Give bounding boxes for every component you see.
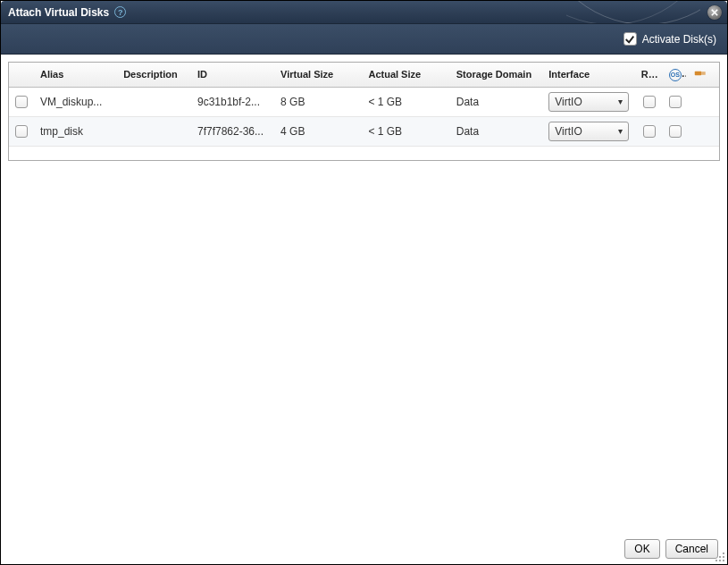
checkmark-icon	[624, 34, 635, 45]
row-select-checkbox[interactable]	[15, 96, 28, 108]
interface-select[interactable]: VirtIO▾	[548, 122, 629, 141]
activate-disks-label: Activate Disk(s)	[642, 33, 716, 46]
svg-point-9	[719, 560, 721, 561]
table-header-row: Alias Description ID Virtual Size Actual…	[9, 63, 719, 87]
cell-storage-domain: Data	[451, 87, 544, 116]
header-virtual-size[interactable]: Virtual Size	[275, 63, 363, 87]
row-select-checkbox[interactable]	[15, 125, 28, 138]
cell-storage-domain: Data	[451, 116, 544, 146]
interface-value: VirtIO	[555, 125, 582, 138]
cell-plug	[686, 116, 719, 146]
cell-description	[118, 87, 192, 116]
resize-grip-icon	[714, 551, 726, 563]
title-decoration	[566, 1, 700, 23]
cell-alias: VM_diskup...	[35, 87, 118, 116]
toolbar: Activate Disk(s)	[1, 24, 727, 55]
header-ro[interactable]: R/O	[636, 63, 664, 87]
header-plug[interactable]	[686, 63, 719, 87]
resize-grip[interactable]	[714, 551, 726, 563]
close-button[interactable]	[707, 5, 722, 20]
cell-actual-size: < 1 GB	[363, 87, 450, 116]
header-interface[interactable]: Interface	[543, 63, 636, 87]
dialog-title: Attach Virtual Disks	[8, 6, 109, 19]
ro-checkbox[interactable]	[643, 96, 656, 108]
cell-virtual-size: 4 GB	[275, 116, 363, 146]
header-alias[interactable]: Alias	[35, 63, 118, 87]
interface-select[interactable]: VirtIO▾	[548, 92, 629, 112]
close-icon	[711, 9, 718, 16]
table-row[interactable]: VM_diskup...9c31b1bf-2...8 GB< 1 GBDataV…	[9, 87, 719, 116]
cell-interface: VirtIO▾	[543, 116, 636, 146]
header-id[interactable]: ID	[192, 63, 275, 87]
cell-alias: tmp_disk	[35, 116, 118, 146]
svg-rect-3	[702, 72, 707, 73]
cell-plug	[686, 87, 719, 116]
svg-point-8	[719, 556, 721, 558]
activate-disks-area: Activate Disk(s)	[623, 32, 716, 46]
cell-interface: VirtIO▾	[543, 87, 636, 116]
os-checkbox[interactable]	[669, 125, 682, 138]
dialog-button-bar: OK Cancel	[624, 539, 718, 559]
header-select	[9, 63, 35, 87]
svg-point-5	[723, 552, 724, 554]
header-os[interactable]: OS	[664, 63, 686, 87]
header-storage-domain[interactable]: Storage Domain	[451, 63, 544, 87]
help-icon[interactable]: ?	[114, 6, 126, 18]
ok-button[interactable]: OK	[624, 539, 659, 559]
chevron-down-icon: ▾	[618, 97, 623, 106]
cell-description	[118, 116, 192, 146]
cell-id: 9c31b1bf-2...	[192, 87, 275, 116]
chevron-down-icon: ▾	[618, 126, 623, 136]
svg-point-7	[723, 560, 724, 561]
disks-table: Alias Description ID Virtual Size Actual…	[9, 63, 719, 147]
interface-value: VirtIO	[555, 96, 582, 108]
svg-point-6	[723, 556, 724, 558]
table-row[interactable]: tmp_disk7f7f7862-36...4 GB< 1 GBDataVirt…	[9, 116, 719, 146]
svg-rect-4	[702, 74, 707, 75]
header-actual-size[interactable]: Actual Size	[363, 63, 450, 87]
plug-icon	[694, 69, 710, 80]
ro-checkbox[interactable]	[643, 125, 656, 138]
disks-table-container: Alias Description ID Virtual Size Actual…	[8, 62, 720, 161]
cancel-button[interactable]: Cancel	[665, 539, 718, 559]
svg-point-10	[715, 560, 717, 561]
title-bar: Attach Virtual Disks ?	[1, 1, 727, 24]
activate-disks-checkbox[interactable]	[623, 32, 637, 46]
cell-virtual-size: 8 GB	[275, 87, 363, 116]
cell-actual-size: < 1 GB	[363, 116, 450, 146]
os-checkbox[interactable]	[669, 96, 682, 108]
header-description[interactable]: Description	[118, 63, 192, 87]
svg-rect-2	[695, 72, 702, 76]
cell-id: 7f7f7862-36...	[192, 116, 275, 146]
os-icon: OS	[669, 69, 682, 81]
